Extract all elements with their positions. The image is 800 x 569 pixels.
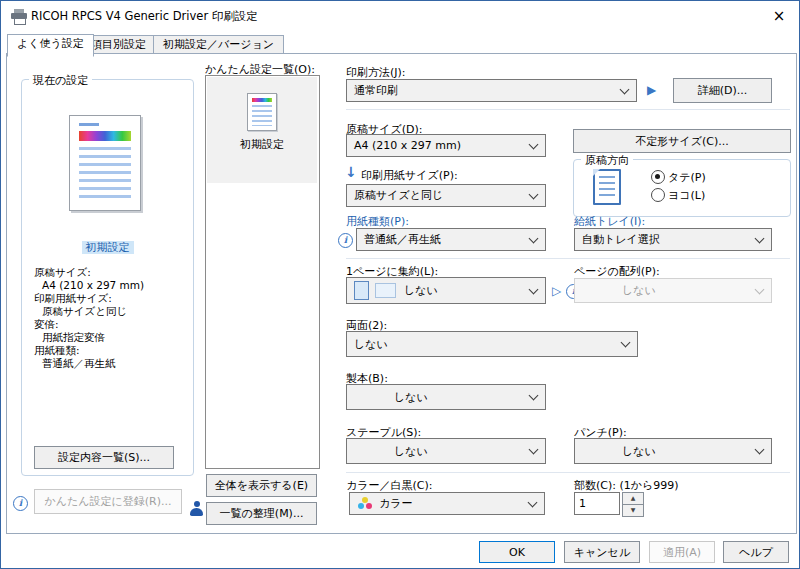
duplex-select[interactable]: しない	[346, 331, 638, 357]
copies-input[interactable]	[574, 492, 620, 515]
detail-label: 用紙種類:	[34, 344, 144, 357]
punch-select[interactable]: しない	[574, 438, 772, 464]
staple-select[interactable]: しない	[346, 438, 546, 464]
ok-button[interactable]: OK	[479, 541, 555, 563]
combine-select[interactable]: しない	[346, 277, 546, 304]
chevron-down-icon	[620, 84, 630, 94]
title-bar: RICOH RPCS V4 Generic Driver 印刷設定 ×	[1, 1, 799, 31]
duplex-value: しない	[354, 337, 388, 352]
details-button[interactable]: 詳細(D)...	[673, 78, 772, 103]
down-arrow-icon: ↓	[345, 165, 357, 179]
copies-spinner[interactable]: ▲ ▼	[622, 492, 642, 515]
show-all-button[interactable]: 全体を表示する(E)	[206, 474, 317, 497]
current-settings-group-title: 現在の設定	[29, 73, 92, 88]
detail-value: 原稿サイズと同じ	[34, 305, 144, 318]
help-button[interactable]: ヘルプ	[723, 541, 789, 563]
landscape-page-icon	[375, 283, 396, 298]
preset-item-icon	[247, 93, 277, 131]
chevron-down-icon	[529, 284, 539, 294]
window-title: RICOH RPCS V4 Generic Driver 印刷設定	[31, 9, 258, 24]
page-order-select: しない	[574, 278, 772, 303]
radio-landscape[interactable]	[651, 188, 665, 202]
expand-triangle-outline-icon: ▷	[552, 285, 561, 297]
apply-button[interactable]: 適用(A)	[649, 541, 715, 563]
register-preset-button[interactable]: かんたん設定に登録(R)...	[34, 489, 182, 514]
detail-value: A4 (210 x 297 mm)	[34, 279, 144, 292]
input-tray-select[interactable]: 自動トレイ選択	[574, 228, 772, 251]
paper-type-info-icon[interactable]: i	[338, 233, 353, 248]
detail-label: 印刷用紙サイズ:	[34, 292, 144, 305]
job-type-select[interactable]: 通常印刷	[346, 79, 637, 102]
separator	[346, 258, 790, 259]
chevron-down-icon	[755, 445, 765, 455]
cancel-button[interactable]: キャンセル	[564, 541, 640, 563]
chevron-down-icon	[529, 445, 539, 455]
document-size-select[interactable]: A4 (210 x 297 mm)	[346, 134, 546, 157]
chevron-down-icon	[755, 233, 765, 243]
organize-list-button[interactable]: 一覧の整理(M)...	[206, 502, 317, 525]
settings-list-button[interactable]: 設定内容一覧(S)...	[34, 446, 174, 469]
staple-value: しない	[394, 444, 428, 459]
booklet-select[interactable]: しない	[346, 384, 546, 410]
booklet-value: しない	[394, 390, 428, 405]
chevron-down-icon	[528, 497, 538, 507]
print-paper-size-select[interactable]: 原稿サイズと同じ	[346, 184, 546, 207]
job-type-value: 通常印刷	[354, 83, 398, 98]
chevron-down-icon	[529, 139, 539, 149]
radio-landscape-label[interactable]: ヨコ(L)	[668, 188, 705, 203]
chevron-down-icon	[529, 391, 539, 401]
separator	[346, 472, 790, 473]
detail-label: 変倍:	[34, 318, 144, 331]
chevron-down-icon	[621, 338, 631, 348]
print-preferences-dialog: RICOH RPCS V4 Generic Driver 印刷設定 × よく使う…	[0, 0, 800, 569]
expand-triangle-icon: ▶	[647, 84, 656, 96]
tab-favorites[interactable]: よく使う設定	[7, 34, 94, 57]
person-icon	[190, 501, 203, 516]
page-order-value: しない	[622, 283, 656, 298]
preset-item-label: 初期設定	[207, 137, 317, 152]
combine-value: しない	[404, 283, 438, 298]
printer-icon	[11, 9, 27, 23]
copies-label: 部数(C): (1から999)	[574, 478, 679, 493]
radio-portrait[interactable]	[651, 170, 665, 184]
current-preset-name: 初期設定	[82, 241, 134, 254]
document-size-value: A4 (210 x 297 mm)	[354, 139, 461, 152]
paper-type-value: 普通紙／再生紙	[364, 232, 441, 247]
separator	[346, 109, 790, 110]
color-mode-label: カラー／白黒(C):	[346, 478, 433, 493]
print-paper-size-value: 原稿サイズと同じ	[354, 188, 443, 203]
chevron-down-icon	[529, 189, 539, 199]
paper-type-select[interactable]: 普通紙／再生紙	[356, 228, 546, 251]
register-info-icon[interactable]: i	[13, 496, 28, 511]
current-settings-details: 原稿サイズ: A4 (210 x 297 mm) 印刷用紙サイズ: 原稿サイズと…	[34, 266, 144, 370]
job-type-label: 印刷方法(J):	[346, 65, 406, 80]
color-mode-value: カラー	[379, 496, 413, 511]
chevron-down-icon	[529, 233, 539, 243]
portrait-page-icon	[354, 281, 369, 300]
preset-item[interactable]: 初期設定	[207, 77, 317, 183]
detail-value: 普通紙／再生紙	[34, 357, 144, 370]
print-preview-thumbnail	[69, 115, 141, 211]
page-order-label: ページの配列(P):	[574, 264, 660, 279]
color-dots-icon	[357, 497, 373, 510]
orientation-page-icon	[593, 169, 621, 205]
print-paper-size-label: 印刷用紙サイズ(P):	[361, 168, 458, 183]
presets-listbox[interactable]: 初期設定	[205, 75, 320, 469]
spinner-down-icon[interactable]: ▼	[622, 504, 644, 517]
input-tray-value: 自動トレイ選択	[582, 232, 660, 247]
input-tray-label: 給紙トレイ(I):	[574, 214, 645, 229]
chevron-down-icon	[755, 284, 765, 294]
detail-label: 原稿サイズ:	[34, 266, 144, 279]
preset-name-wrapper: 初期設定	[21, 240, 194, 255]
custom-size-button[interactable]: 不定形サイズ(C)...	[573, 129, 791, 153]
radio-portrait-label[interactable]: タテ(P)	[668, 170, 706, 185]
punch-value: しない	[622, 444, 656, 459]
color-mode-select[interactable]: カラー	[349, 492, 545, 515]
orientation-group-title: 原稿方向	[581, 153, 633, 168]
paper-type-label: 用紙種類(P):	[346, 214, 409, 229]
detail-value: 用紙指定変倍	[34, 331, 144, 344]
close-icon[interactable]: ×	[769, 6, 789, 26]
